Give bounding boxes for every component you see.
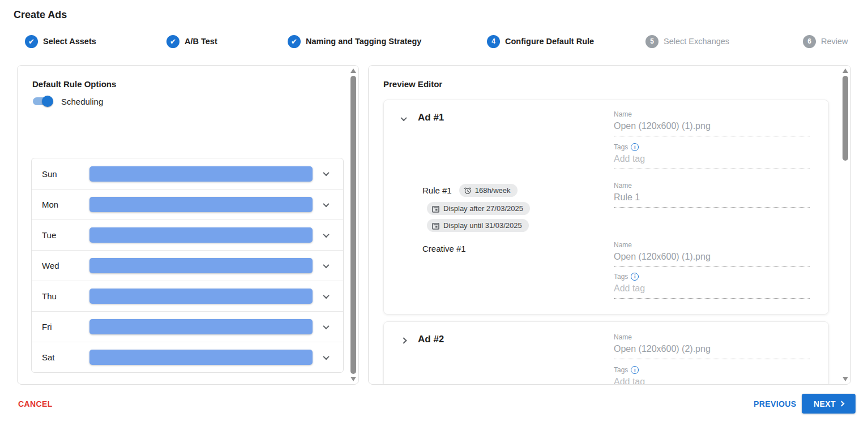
rule-title: Rule #1 [422, 186, 452, 195]
tags-label: Tags [614, 143, 628, 151]
step-completed-check-icon: ✔ [25, 35, 38, 48]
ad-card-1: Ad #1 Name Open (120x600) (1).png Tags A… [383, 100, 829, 315]
step-configure-default-rule[interactable]: 4 Configure Default Rule [487, 35, 594, 48]
display-after-chip-label: Display after 27/03/2025 [443, 204, 523, 213]
day-hours-bar[interactable] [89, 197, 313, 212]
step-select-assets[interactable]: ✔ Select Assets [25, 35, 96, 48]
ad-card-2: Ad #2 Name Open (120x600) (2).png Tags A… [383, 321, 829, 385]
ad2-name-field: Name Open (120x600) (2).png [614, 333, 810, 359]
step-label: A/B Test [185, 37, 217, 46]
scheduling-toggle[interactable] [32, 96, 53, 107]
day-expand-button[interactable] [319, 167, 333, 180]
previous-button[interactable]: PREVIOUS [754, 399, 797, 408]
alarm-clock-icon [464, 187, 472, 195]
scrollbar-thumb[interactable] [350, 76, 356, 374]
ad2-expand-button[interactable] [397, 334, 410, 347]
chevron-down-icon [323, 353, 329, 359]
chevron-down-icon [323, 200, 329, 206]
name-label: Name [614, 110, 810, 118]
day-label: Sun [42, 169, 89, 179]
chevron-right-icon [839, 401, 845, 407]
step-label: Select Assets [43, 37, 96, 46]
panel-title: Preview Editor [383, 79, 442, 89]
chevron-down-icon [323, 170, 329, 176]
chevron-down-icon [400, 115, 407, 121]
scroll-up-icon[interactable] [350, 68, 356, 73]
rule-name-value: Rule 1 [614, 192, 810, 208]
day-expand-button[interactable] [319, 290, 333, 303]
ad1-tags-placeholder: Add tag [614, 154, 810, 169]
scroll-down-icon[interactable] [843, 377, 848, 381]
toggle-thumb [42, 96, 53, 107]
scrollbar-thumb[interactable] [843, 76, 848, 161]
creative-tags-placeholder: Add tag [614, 283, 810, 299]
day-hours-bar[interactable] [89, 166, 313, 182]
step-number-badge: 5 [645, 35, 659, 48]
name-label: Name [614, 241, 810, 249]
day-row-fri: Fri [32, 311, 343, 342]
day-expand-button[interactable] [319, 351, 333, 364]
step-label: Review [821, 37, 848, 46]
day-hours-bar[interactable] [89, 258, 313, 273]
chevron-right-icon [400, 337, 407, 343]
weekly-schedule-list: Sun Mon Tue Wed Thu Fri [31, 158, 344, 373]
day-hours-bar[interactable] [89, 289, 313, 304]
day-row-wed: Wed [32, 250, 343, 281]
hours-per-week-chip: 168h/week [459, 184, 518, 197]
ad2-name-value: Open (120x600) (2).png [614, 344, 810, 359]
step-completed-check-icon: ✔ [166, 35, 179, 48]
day-label: Tue [42, 230, 89, 240]
next-button[interactable]: NEXT [802, 394, 856, 414]
day-row-tue: Tue [32, 220, 343, 250]
day-hours-bar[interactable] [89, 350, 313, 365]
step-select-exchanges[interactable]: 5 Select Exchanges [645, 35, 729, 48]
ad1-collapse-button[interactable] [397, 113, 410, 125]
ad-title: Ad #2 [418, 334, 444, 345]
ad1-name-field: Name Open (120x600) (1).png [614, 110, 810, 136]
creative-title: Creative #1 [422, 244, 466, 253]
info-icon[interactable] [631, 143, 639, 151]
day-label: Mon [42, 200, 89, 209]
cancel-button[interactable]: CANCEL [18, 399, 53, 408]
scroll-down-icon[interactable] [350, 377, 356, 381]
day-expand-button[interactable] [319, 198, 333, 212]
info-icon[interactable] [631, 273, 639, 281]
day-label: Sat [42, 352, 89, 362]
step-naming-tagging[interactable]: ✔ Naming and Tagging Strategy [288, 35, 421, 48]
info-icon[interactable] [631, 366, 639, 374]
ad2-tags-placeholder: Add tag [614, 377, 810, 385]
right-panel-scrollbar[interactable] [841, 67, 849, 382]
day-expand-button[interactable] [319, 320, 333, 334]
day-hours-bar[interactable] [89, 227, 313, 243]
tags-label: Tags [614, 273, 628, 281]
day-row-sat: Sat [32, 342, 343, 372]
day-hours-bar[interactable] [89, 319, 313, 334]
day-expand-button[interactable] [319, 229, 333, 242]
step-review[interactable]: 6 Review [803, 35, 848, 48]
step-label: Select Exchanges [664, 37, 729, 46]
chevron-down-icon [323, 231, 329, 237]
preview-editor-panel: Preview Editor Ad #1 Name Open (120x600)… [368, 65, 851, 385]
creative-name-field: Name Open (120x600) (1).png [614, 241, 810, 267]
ad1-tags-field: Tags Add tag [614, 143, 810, 169]
panel-title: Default Rule Options [32, 79, 116, 89]
chevron-down-icon [323, 261, 329, 268]
rule-name-field: Name Rule 1 [614, 182, 810, 208]
step-completed-check-icon: ✔ [288, 35, 301, 48]
creative-name-value: Open (120x600) (1).png [614, 252, 810, 267]
calendar-icon [432, 205, 439, 213]
name-label: Name [614, 182, 810, 190]
step-label: Configure Default Rule [505, 37, 594, 46]
tags-label: Tags [614, 366, 628, 374]
day-expand-button[interactable] [319, 259, 333, 273]
step-ab-test[interactable]: ✔ A/B Test [166, 35, 217, 48]
default-rule-options-panel: Default Rule Options Scheduling Display … [17, 65, 359, 385]
left-panel-scrollbar[interactable] [349, 67, 357, 382]
ad1-name-value: Open (120x600) (1).png [614, 121, 810, 136]
chevron-down-icon [323, 322, 329, 329]
step-label: Naming and Tagging Strategy [306, 37, 421, 46]
day-row-sun: Sun [32, 158, 343, 189]
creative-tags-field: Tags Add tag [614, 273, 810, 299]
scroll-up-icon[interactable] [843, 68, 848, 73]
day-row-mon: Mon [32, 189, 343, 220]
